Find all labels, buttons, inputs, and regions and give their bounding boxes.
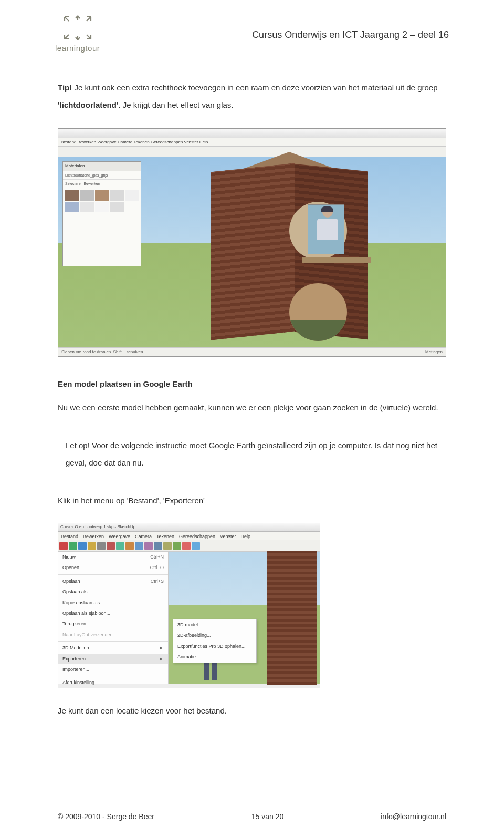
toolbar-icon [182,542,191,550]
menubar-item: Bewerken [83,533,104,539]
menubar-item: Help [241,533,251,539]
toolbar-icon [88,542,96,550]
menubar-item: Weergave [109,533,130,539]
section-heading: Een model plaatsen in Google Earth [58,378,446,390]
logo-arrows-icon [59,15,96,41]
toolbar-icon [125,542,134,550]
materials-tabs: Selecteren Bewerken [63,180,141,188]
swatch [125,190,139,201]
materials-title: Materialen [63,162,141,171]
menu-item-shortcut: Ctrl+O [150,564,164,571]
menu-item-label: Openen... [62,564,83,571]
menu-item-label: 3D Modellen [62,644,89,652]
window-menubar: Bestand Bewerken Weergave Camera Tekenen… [58,138,446,147]
menu-item-label: Opslaan als sjabloon... [62,609,110,617]
menu-separator [58,641,168,642]
window-body: NieuwCtrl+NOpenen...Ctrl+OOpslaanCtrl+SO… [58,552,320,684]
toolbar-icon [97,542,106,550]
menu-item-label: Naar LayOut verzenden [62,631,113,638]
submenu-item: Animatie... [173,652,256,662]
status-left: Slepen om rond te draaien. Shift + schui… [61,349,143,356]
bestand-dropdown-menu: NieuwCtrl+NOpenen...Ctrl+OOpslaanCtrl+SO… [58,552,169,684]
warning-box: Let op! Voor de volgende instructie moet… [58,429,446,479]
menu-item-label: Importeren... [62,666,89,673]
menu-item: Opslaan als... [58,586,168,597]
menu-item-shortcut: Ctrl+S [151,577,164,585]
menu-item: Importeren... [58,664,168,675]
paragraph-tip: Tip! Je kunt ook een extra rechthoek toe… [58,79,446,113]
menu-item-label: Afdrukinstelling... [62,679,99,686]
menu-item-label: Nieuw [62,553,76,561]
menu-item-shortcut: ► [159,644,164,652]
toolbar-icon [154,542,162,550]
menu-item: Openen...Ctrl+O [58,562,168,573]
tip-keyword: 'lichtdoorlatend' [58,100,118,109]
menu-item-label: Exporteren [62,655,86,663]
swatch [65,190,79,201]
header-title: Cursus Onderwijs en ICT Jaargang 2 – dee… [118,27,449,43]
toolbar-icon [59,542,68,550]
materials-swatches [63,188,141,214]
swatch [80,190,93,201]
swatch [65,202,79,212]
figure-hair [321,206,333,212]
toolbar-icon [78,542,87,550]
viewport-3d: Materialen Lichtdoorlatend_glas_grijs Se… [58,157,446,347]
tower-beam [302,257,371,263]
submenu-item: Exportfuncties Pro 3D ophalen... [173,641,256,652]
menu-item-shortcut: Ctrl+N [150,553,164,561]
warning-label: Let op! [66,441,90,450]
window-menubar: BestandBewerkenWeergaveCameraTekenenGere… [58,532,320,540]
menu-item: Terugkeren [58,618,168,629]
paragraph-location: Je kunt dan een locatie kiezen voor het … [58,702,446,719]
paragraph-instruction: Klik in het menu op 'Bestand', 'Exporter… [58,492,446,509]
menubar-item: Bestand [61,533,78,539]
menu-item: Opslaan als sjabloon... [58,608,168,618]
swatch [95,202,109,212]
toolbar-icon [69,542,77,550]
menubar-item: Venster [220,533,236,539]
window-titlebar [58,129,446,138]
footer-email: info@learningtour.nl [381,811,446,822]
swatch [95,190,109,201]
menubar-item: Tekenen [156,533,174,539]
paragraph-intro: Nu we een eerste model hebben gemaakt, k… [58,399,446,416]
page-footer: © 2009-2010 - Serge de Beer 15 van 20 in… [0,811,504,822]
scale-figure [316,207,339,248]
window-toolbar [58,540,320,552]
window-statusbar: Slepen om rond te draaien. Shift + schui… [58,347,446,357]
swatch [110,190,123,201]
page-content: Tip! Je kunt ook een extra rechthoek toe… [0,65,504,719]
toolbar-icon [173,542,181,550]
materials-panel: Materialen Lichtdoorlatend_glas_grijs Se… [62,161,141,266]
brick-tower-model [211,152,368,341]
screenshot-sketchup-export: Cursus O en I ontwerp 1.skp - SketchUp B… [58,523,320,688]
export-submenu: 3D-model...2D-afbeelding...Exportfunctie… [173,619,257,663]
toolbar-icon [163,542,172,550]
menu-item: 3D Modellen► [58,643,168,653]
menu-item: NieuwCtrl+N [58,552,168,562]
status-right: Metingen [425,349,443,356]
toolbar-icon [192,542,200,550]
figure-legs [204,662,217,680]
menu-separator [58,574,168,575]
menu-separator [58,676,168,676]
menu-item-label: Opslaan [62,577,80,585]
toolbar-icon [135,542,143,550]
menu-item-label: Opslaan als... [62,588,91,595]
menubar-item: Camera [135,533,152,539]
swatch [80,202,93,212]
tip-text-1: Je kunt ook een extra rechthoek toevoege… [72,83,437,92]
footer-page-number: 15 van 20 [251,811,284,822]
toolbar-icon [107,542,115,550]
submenu-item: 2D-afbeelding... [173,630,256,640]
menu-item-shortcut: ► [159,655,164,663]
screenshot-sketchup-materials: Bestand Bewerken Weergave Camera Tekenen… [58,128,446,357]
menu-item-label: Terugkeren [62,620,86,627]
menu-item-label: Kopie opslaan als... [62,599,104,606]
footer-copyright: © 2009-2010 - Serge de Beer [58,811,154,822]
menu-item: Exporteren► [58,654,168,664]
tower-left-face [211,163,295,340]
menu-item: OpslaanCtrl+S [58,576,168,586]
menu-item: Afdrukinstelling... [58,677,168,688]
